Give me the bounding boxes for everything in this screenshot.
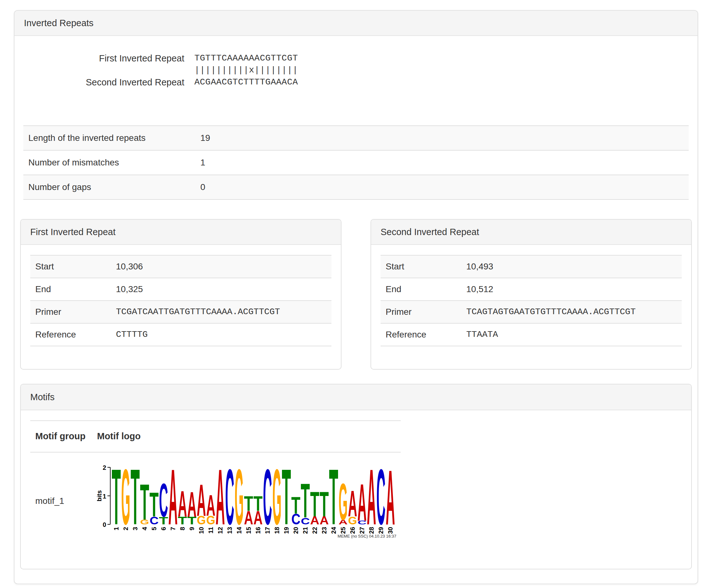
column-header-motif-logo: Motif logo [92, 421, 401, 452]
alignment-match-line: ||||||||||x|||||||| [194, 64, 298, 76]
table-row: Reference CTTTTG [30, 323, 331, 346]
svg-text:T: T [253, 492, 262, 515]
svg-text:bits: bits [97, 490, 103, 502]
svg-text:A: A [206, 489, 215, 522]
row-label: Number of gaps [23, 175, 195, 200]
row-label: Reference [30, 323, 111, 346]
panel-title: Motifs [30, 392, 55, 402]
svg-text:25: 25 [340, 527, 347, 534]
second-inverted-repeat-panel: Second Inverted Repeat Start 10,493 End … [370, 219, 692, 370]
table-row: Primer TCGATCAATTGATGTTTCAAAA.ACGTTCGT [30, 301, 331, 323]
table-row: Primer TCAGTAGTGAATGTGTTTCAAAA.ACGTTCGT [381, 301, 682, 323]
panel-header: Second Inverted Repeat [371, 219, 691, 245]
table-row: Length of the inverted repeats 19 [23, 126, 689, 150]
row-label: Number of mismatches [23, 150, 195, 175]
svg-text:26: 26 [349, 527, 356, 534]
motifs-panel: Motifs Motif group Motif logo motif_1 01… [20, 384, 692, 569]
first-repeat-sequence: TGTTTCAAAAAACGTTCGT [194, 52, 298, 64]
svg-text:8: 8 [179, 527, 186, 530]
svg-text:24: 24 [330, 527, 337, 534]
svg-text:C: C [159, 474, 168, 527]
inverted-repeats-card: Inverted Repeats First Inverted Repeat T… [14, 10, 698, 584]
table-row: End 10,325 [30, 278, 331, 301]
svg-text:22: 22 [311, 527, 318, 534]
panel-title: First Inverted Repeat [30, 227, 116, 237]
repeat-panels-row: First Inverted Repeat Start 10,306 End 1… [20, 219, 692, 370]
alignment-first-row: First Inverted Repeat TGTTTCAAAAAACGTTCG… [23, 52, 298, 64]
row-label: End [30, 278, 111, 301]
alignment-block: First Inverted Repeat TGTTTCAAAAAACGTTCG… [23, 52, 298, 88]
svg-text:1: 1 [103, 493, 106, 500]
svg-text:A: A [187, 484, 196, 524]
svg-text:0: 0 [103, 521, 106, 528]
svg-text:30: 30 [387, 527, 394, 534]
column-header-motif-group: Motif group [30, 421, 92, 452]
svg-text:7: 7 [170, 527, 176, 530]
row-label: Start [381, 255, 461, 278]
row-value: TCAGTAGTGAATGTGTTTCAAAA.ACGTTCGT [461, 301, 682, 323]
svg-text:T: T [301, 474, 310, 528]
row-value: 10,493 [461, 255, 682, 278]
svg-text:28: 28 [368, 527, 375, 534]
svg-text:6: 6 [160, 527, 167, 530]
svg-text:3: 3 [132, 527, 138, 530]
svg-text:29: 29 [377, 527, 384, 534]
table-row: Start 10,493 [381, 255, 682, 278]
row-label: Start [30, 255, 111, 278]
alignment-match-row: ||||||||||x|||||||| [23, 64, 298, 76]
svg-text:20: 20 [293, 527, 299, 534]
svg-text:A: A [197, 475, 206, 525]
svg-text:21: 21 [302, 527, 309, 534]
svg-text:G: G [339, 472, 348, 531]
svg-text:19: 19 [283, 527, 290, 534]
row-value: 10,325 [111, 278, 331, 301]
panel-header: Motifs [21, 384, 691, 410]
second-repeat-table: Start 10,493 End 10,512 Primer TCAGTAGTG… [381, 255, 682, 346]
row-label: Primer [381, 301, 461, 323]
panel-title: Second Inverted Repeat [381, 227, 479, 237]
svg-text:27: 27 [359, 527, 365, 534]
row-value: TCGATCAATTGATGTTTCAAAA.ACGTTCGT [111, 301, 331, 323]
row-label: End [381, 278, 461, 301]
table-row: Reference TTAATA [381, 323, 682, 346]
svg-text:T: T [320, 484, 329, 523]
row-value: 0 [195, 175, 689, 200]
svg-text:9: 9 [188, 527, 195, 530]
second-repeat-label: Second Inverted Repeat [23, 76, 184, 88]
first-repeat-table: Start 10,306 End 10,325 Primer TCGATCAAT… [30, 255, 331, 346]
row-value: 10,512 [461, 278, 682, 301]
first-inverted-repeat-panel: First Inverted Repeat Start 10,306 End 1… [20, 219, 342, 370]
row-value: 19 [195, 126, 689, 150]
motif-group-cell: motif_1 [30, 452, 92, 549]
alignment-second-row: Second Inverted Repeat ACGAACGTCTTTTGAAA… [23, 76, 298, 88]
svg-text:1: 1 [113, 527, 120, 530]
row-label: Length of the inverted repeats [23, 126, 195, 150]
table-row: motif_1 012bitsT1G2T3GT4CT5TC6A7TA8TA9GA… [30, 452, 401, 549]
svg-text:12: 12 [217, 527, 224, 534]
svg-text:13: 13 [226, 527, 233, 534]
first-repeat-label: First Inverted Repeat [23, 52, 184, 64]
motifs-table: Motif group Motif logo motif_1 012bitsT1… [30, 420, 401, 549]
svg-text:2: 2 [103, 464, 106, 471]
row-value: 10,306 [111, 255, 331, 278]
svg-text:5: 5 [151, 527, 157, 530]
table-row: End 10,512 [381, 278, 682, 301]
second-repeat-sequence: ACGAACGTCTTTTGAAACA [194, 76, 298, 88]
table-row: Number of mismatches 1 [23, 150, 689, 175]
svg-text:17: 17 [264, 527, 271, 534]
svg-text:4: 4 [141, 527, 148, 530]
svg-text:T: T [140, 473, 149, 530]
svg-text:T: T [310, 484, 319, 523]
svg-text:T: T [244, 492, 253, 515]
motif-logo: 012bitsT1G2T3GT4CT5TC6A7TA8TA9GA10GA11A1… [97, 463, 400, 540]
svg-text:23: 23 [321, 527, 328, 534]
svg-text:14: 14 [236, 527, 243, 534]
row-value: TTAATA [461, 323, 682, 346]
svg-text:A: A [357, 473, 366, 532]
svg-text:MEME (no SSC) 04.10.23 16:37: MEME (no SSC) 04.10.23 16:37 [338, 534, 396, 539]
svg-text:A: A [348, 483, 357, 524]
svg-text:10: 10 [198, 527, 205, 534]
card-title: Inverted Repeats [24, 18, 93, 28]
panel-header: First Inverted Repeat [21, 219, 341, 245]
svg-text:16: 16 [255, 527, 261, 534]
